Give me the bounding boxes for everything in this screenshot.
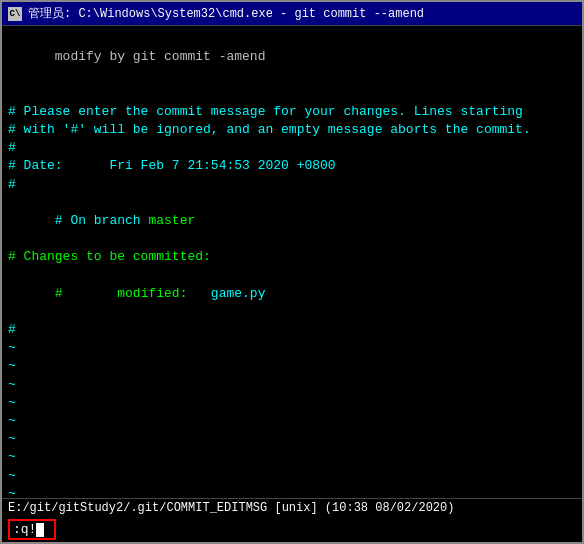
tilde-4: ~ xyxy=(8,394,576,412)
cmd-line: :q! xyxy=(2,517,582,542)
titlebar: C\ 管理员: C:\Windows\System32\cmd.exe - gi… xyxy=(2,2,582,26)
content-line-1: # Please enter the commit message for yo… xyxy=(8,103,576,121)
tilde-1: ~ xyxy=(8,339,576,357)
tilde-9: ~ xyxy=(8,485,576,498)
cursor xyxy=(36,523,44,537)
vim-status-bar: E:/git/gitStudy2/.git/COMMIT_EDITMSG [un… xyxy=(2,498,582,517)
modify-line: modify by git commit -amend xyxy=(8,30,576,85)
content-line-2: # with '#' will be ignored, and an empty… xyxy=(8,121,576,139)
vim-command-text: :q! xyxy=(13,522,36,537)
content-line-9: # xyxy=(8,321,576,339)
titlebar-title: 管理员: C:\Windows\System32\cmd.exe - git c… xyxy=(28,5,424,22)
tilde-7: ~ xyxy=(8,448,576,466)
blank-line-1 xyxy=(8,85,576,103)
vim-status-text: E:/git/gitStudy2/.git/COMMIT_EDITMSG [un… xyxy=(8,501,454,515)
content-line-8: # modified: game.py xyxy=(8,266,576,321)
tilde-8: ~ xyxy=(8,467,576,485)
tilde-6: ~ xyxy=(8,430,576,448)
vim-command-input[interactable]: :q! xyxy=(8,519,56,540)
content-line-6: # On branch master xyxy=(8,194,576,249)
content-line-3: # xyxy=(8,139,576,157)
tilde-3: ~ xyxy=(8,376,576,394)
tilde-5: ~ xyxy=(8,412,576,430)
tilde-2: ~ xyxy=(8,357,576,375)
content-line-7: # Changes to be committed: xyxy=(8,248,576,266)
content-line-4: # Date: Fri Feb 7 21:54:53 2020 +0800 xyxy=(8,157,576,175)
window-icon: C\ xyxy=(8,7,22,21)
content-line-5: # xyxy=(8,176,576,194)
terminal-body[interactable]: modify by git commit -amend # Please ent… xyxy=(2,26,582,498)
terminal-window: C\ 管理员: C:\Windows\System32\cmd.exe - gi… xyxy=(0,0,584,544)
